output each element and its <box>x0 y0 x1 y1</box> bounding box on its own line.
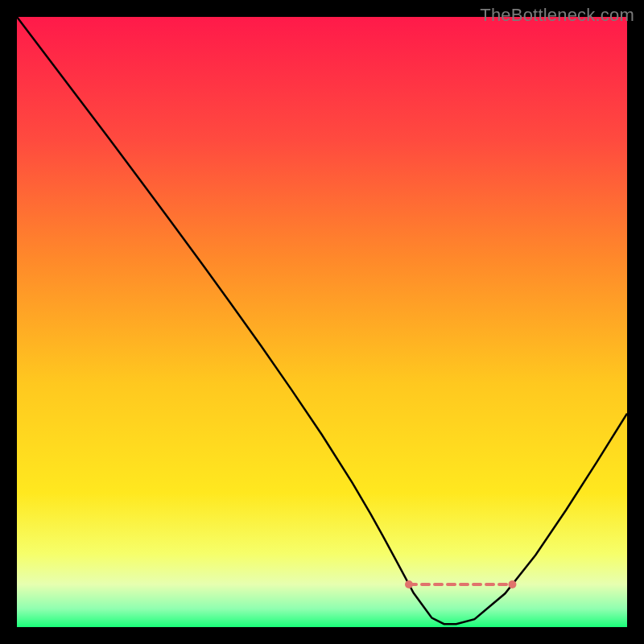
watermark-text: TheBottleneck.com <box>480 5 634 26</box>
svg-point-1 <box>405 580 413 588</box>
chart-plot-area <box>17 17 627 627</box>
svg-point-2 <box>508 580 516 588</box>
gradient-background <box>17 17 627 627</box>
chart-svg <box>17 17 627 627</box>
